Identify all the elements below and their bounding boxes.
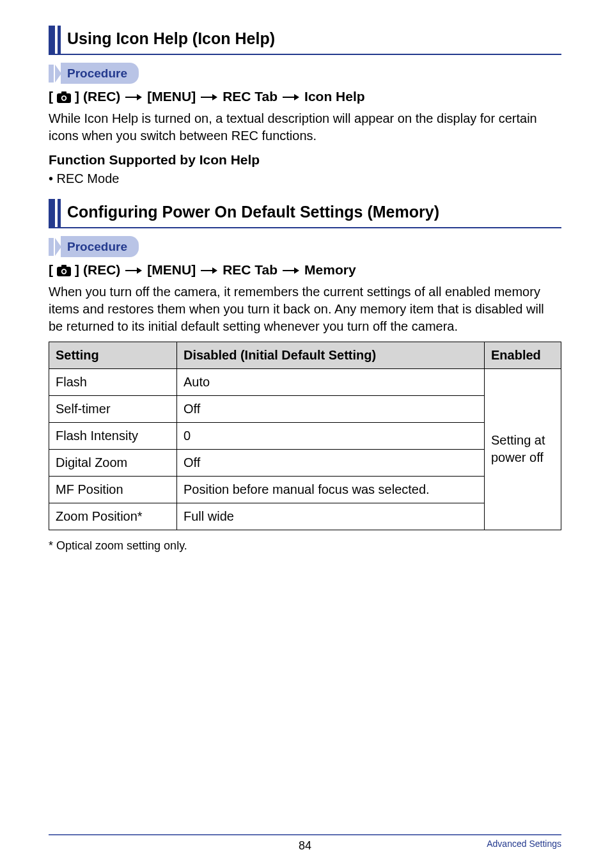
path-target: Icon Help	[304, 88, 365, 106]
section2-body: When you turn off the camera, it remembe…	[49, 283, 561, 335]
table-header-disabled: Disabled (Initial Default Setting)	[177, 342, 485, 368]
section-title: Configuring Power On Default Settings (M…	[67, 199, 439, 227]
section-heading-memory: Configuring Power On Default Settings (M…	[49, 199, 561, 228]
menu-path: [ ] (REC) [MENU] REC Tab Memory	[49, 261, 561, 279]
bracket-close: ]	[75, 88, 79, 106]
section1-bullet: REC Mode	[49, 170, 561, 187]
arrow-icon	[201, 93, 217, 102]
section1-body: While Icon Help is turned on, a textual …	[49, 110, 561, 145]
heading-bar-thin	[58, 199, 61, 227]
heading-bar-thick	[49, 26, 55, 54]
cell-disabled: Position before manual focus was selecte…	[177, 476, 485, 503]
settings-table: Setting Disabled (Initial Default Settin…	[49, 342, 561, 530]
bracket-open: [	[49, 88, 53, 106]
bracket-open: [	[49, 261, 53, 279]
cell-disabled: Full wide	[177, 503, 485, 530]
cell-disabled: Off	[177, 449, 485, 476]
procedure-pill: Procedure	[61, 63, 139, 84]
arrow-icon	[125, 266, 142, 275]
menu-path: [ ] (REC) [MENU] REC Tab Icon Help	[49, 88, 561, 106]
section1-subhead: Function Supported by Icon Help	[49, 151, 561, 169]
svg-point-3	[63, 97, 66, 100]
procedure-bar-icon	[49, 65, 54, 83]
cell-setting: Zoom Position*	[49, 503, 177, 530]
heading-bar-thin	[58, 26, 61, 54]
footnote: * Optical zoom setting only.	[49, 538, 561, 553]
svg-marker-7	[212, 94, 217, 100]
table-row: MF Position Position before manual focus…	[49, 476, 561, 503]
svg-rect-1	[61, 91, 66, 95]
camera-icon	[57, 265, 71, 276]
footnote-marker: *	[49, 539, 53, 552]
table-header-enabled: Enabled	[485, 342, 561, 368]
svg-marker-17	[212, 267, 217, 274]
svg-marker-5	[137, 94, 142, 100]
table-row: Digital Zoom Off	[49, 449, 561, 476]
camera-icon	[57, 91, 71, 103]
cell-enabled: Setting at power off	[485, 368, 561, 530]
section-title: Using Icon Help (Icon Help)	[67, 26, 275, 54]
path-tab: REC Tab	[223, 88, 278, 106]
table-row: Flash Auto Setting at power off	[49, 368, 561, 395]
table-row: Flash Intensity 0	[49, 422, 561, 449]
page-footer: 84 Advanced Settings	[0, 834, 610, 850]
path-target: Memory	[304, 261, 356, 279]
cell-setting: Digital Zoom	[49, 449, 177, 476]
svg-marker-15	[137, 267, 142, 274]
path-rec: (REC)	[83, 261, 120, 279]
cell-disabled: 0	[177, 422, 485, 449]
procedure-label-row: Procedure	[49, 63, 561, 84]
path-tab: REC Tab	[223, 261, 278, 279]
path-menu: [MENU]	[147, 261, 196, 279]
procedure-label-row: Procedure	[49, 236, 561, 258]
arrow-icon	[201, 266, 217, 275]
table-header-setting: Setting	[49, 342, 177, 368]
svg-rect-11	[61, 265, 66, 268]
procedure-pill: Procedure	[61, 236, 139, 258]
bracket-close: ]	[75, 261, 79, 279]
cell-disabled: Auto	[177, 368, 485, 395]
cell-disabled: Off	[177, 395, 485, 422]
footer-section-name: Advanced Settings	[487, 838, 561, 850]
path-menu: [MENU]	[147, 88, 196, 106]
heading-bar-thick	[49, 199, 55, 227]
arrow-icon	[283, 266, 299, 275]
svg-marker-19	[294, 267, 299, 274]
cell-setting: Flash	[49, 368, 177, 395]
arrow-icon	[283, 93, 299, 102]
table-row: Zoom Position* Full wide	[49, 503, 561, 530]
path-rec: (REC)	[83, 88, 120, 106]
procedure-bar-icon	[49, 238, 54, 256]
cell-setting: Self-timer	[49, 395, 177, 422]
footnote-text: Optical zoom setting only.	[56, 539, 187, 552]
svg-marker-9	[294, 94, 299, 100]
table-row: Self-timer Off	[49, 395, 561, 422]
cell-setting: MF Position	[49, 476, 177, 503]
section-heading-icon-help: Using Icon Help (Icon Help)	[49, 26, 561, 55]
arrow-icon	[125, 93, 142, 102]
footer-divider	[49, 834, 561, 835]
cell-setting: Flash Intensity	[49, 422, 177, 449]
svg-point-13	[63, 270, 66, 273]
